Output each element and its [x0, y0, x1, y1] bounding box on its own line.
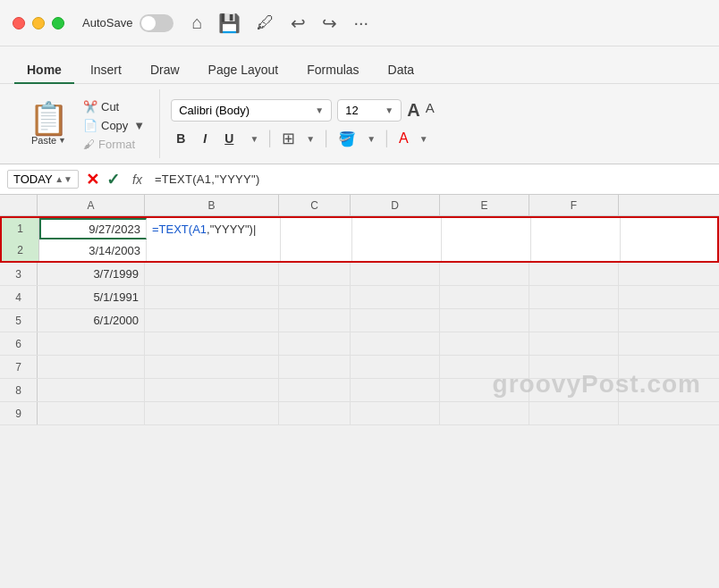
cell-d9[interactable] [351, 402, 440, 424]
confirm-formula-button[interactable]: ✓ [106, 170, 120, 189]
cell-e5[interactable] [440, 309, 529, 332]
table-row[interactable]: 8 [0, 379, 719, 402]
undo-icon[interactable]: ↩ [291, 13, 306, 34]
autosave-toggle[interactable] [140, 14, 173, 32]
cell-d5[interactable] [351, 309, 440, 332]
cell-b1[interactable]: =TEXT(A1,"YYYY")| [147, 218, 281, 239]
tab-draw[interactable]: Draw [138, 57, 192, 84]
cell-c6[interactable] [279, 332, 351, 355]
table-row[interactable]: 5 6/1/2000 [0, 309, 719, 332]
underline-dropdown[interactable]: ▼ [250, 134, 258, 144]
cell-c8[interactable] [279, 379, 351, 401]
maximize-button[interactable] [52, 17, 64, 29]
cell-c2[interactable] [281, 239, 352, 261]
col-header-b[interactable]: B [145, 195, 279, 215]
col-header-d[interactable]: D [351, 195, 440, 215]
cell-e8[interactable] [440, 379, 529, 401]
cell-e9[interactable] [440, 402, 529, 424]
cell-d4[interactable] [351, 286, 440, 308]
cell-e1[interactable] [442, 218, 531, 239]
decrease-font-icon[interactable]: A [426, 100, 435, 121]
tab-formulas[interactable]: Formulas [294, 57, 371, 84]
more-icon[interactable]: ··· [353, 13, 368, 33]
cell-f1[interactable] [531, 218, 621, 239]
cell-a8[interactable] [38, 379, 145, 401]
cell-a5[interactable]: 6/1/2000 [38, 309, 145, 332]
cell-c7[interactable] [279, 356, 351, 378]
font-color-dropdown[interactable]: ▼ [419, 134, 428, 144]
cell-b9[interactable] [145, 402, 279, 424]
tab-page-layout[interactable]: Page Layout [196, 57, 292, 84]
col-header-f[interactable]: F [529, 195, 619, 215]
col-header-c[interactable]: C [279, 195, 351, 215]
italic-button[interactable]: I [198, 130, 212, 147]
table-row[interactable]: 4 5/1/1991 [0, 286, 719, 309]
tab-home[interactable]: Home [14, 57, 74, 84]
cell-f9[interactable] [529, 402, 619, 424]
home-icon[interactable]: ⌂ [191, 13, 202, 33]
cell-c5[interactable] [279, 309, 351, 332]
cell-e7[interactable] [440, 356, 529, 378]
formula-input[interactable]: =TEXT(A1,"YYYY") [155, 172, 712, 186]
close-button[interactable] [13, 17, 25, 29]
cell-b5[interactable] [145, 309, 279, 332]
font-family-select[interactable]: Calibri (Body) ▼ [171, 99, 332, 122]
table-row[interactable]: 1 9/27/2023 =TEXT(A1,"YYYY")| [0, 216, 719, 239]
col-header-a[interactable]: A [38, 195, 145, 215]
cell-a6[interactable] [38, 332, 145, 355]
cell-a9[interactable] [38, 402, 145, 424]
cell-b7[interactable] [145, 356, 279, 378]
save-icon[interactable]: 💾 [218, 13, 241, 34]
cell-b2[interactable] [147, 239, 281, 261]
cell-d1[interactable] [352, 218, 442, 239]
cell-e2[interactable] [442, 239, 531, 261]
cell-d6[interactable] [351, 332, 440, 355]
cell-c9[interactable] [279, 402, 351, 424]
increase-font-icon[interactable]: A [407, 100, 419, 121]
cell-a4[interactable]: 5/1/1991 [38, 286, 145, 308]
cell-b3[interactable] [145, 263, 279, 285]
cell-a1[interactable]: 9/27/2023 [39, 218, 147, 239]
table-row[interactable]: 6 [0, 332, 719, 356]
tab-data[interactable]: Data [376, 57, 427, 84]
table-row[interactable]: 3 3/7/1999 [0, 263, 719, 286]
font-color-button[interactable]: A [399, 130, 409, 147]
cell-c1[interactable] [281, 218, 352, 239]
cut-button[interactable]: ✂️ Cut [80, 98, 148, 115]
cancel-formula-button[interactable]: ✕ [86, 170, 99, 189]
cell-f5[interactable] [529, 309, 619, 332]
tab-insert[interactable]: Insert [78, 57, 134, 84]
cell-c3[interactable] [279, 263, 351, 285]
cell-f3[interactable] [529, 263, 619, 285]
cell-b4[interactable] [145, 286, 279, 308]
cell-a7[interactable] [38, 356, 145, 378]
borders-dropdown[interactable]: ▼ [306, 134, 315, 144]
table-row[interactable]: 9 [0, 402, 719, 425]
fill-color-dropdown[interactable]: ▼ [367, 134, 376, 144]
cell-b6[interactable] [145, 332, 279, 355]
cell-d7[interactable] [351, 356, 440, 378]
cell-c4[interactable] [279, 286, 351, 308]
edit-icon[interactable]: 🖊 [257, 13, 275, 33]
minimize-button[interactable] [32, 17, 45, 29]
col-header-e[interactable]: E [440, 195, 529, 215]
copy-button[interactable]: 📄 Copy ▼ [80, 117, 148, 134]
cell-d2[interactable] [352, 239, 442, 261]
bold-button[interactable]: B [171, 130, 190, 147]
cell-f7[interactable] [529, 356, 619, 378]
cell-e6[interactable] [440, 332, 529, 355]
cell-e3[interactable] [440, 263, 529, 285]
cell-a3[interactable]: 3/7/1999 [38, 263, 145, 285]
cell-e4[interactable] [440, 286, 529, 308]
redo-icon[interactable]: ↪ [322, 13, 337, 34]
fill-color-button[interactable]: 🪣 [338, 130, 356, 147]
cell-b8[interactable] [145, 379, 279, 401]
paste-button[interactable]: 📋 Paste ▼ [21, 99, 76, 149]
cell-f8[interactable] [529, 379, 619, 401]
cell-f2[interactable] [531, 239, 621, 261]
borders-button[interactable]: ⊞ [282, 129, 295, 148]
table-row[interactable]: 7 [0, 356, 719, 379]
format-painter-button[interactable]: 🖌 Format [80, 136, 148, 153]
cell-f4[interactable] [529, 286, 619, 308]
font-size-select[interactable]: 12 ▼ [337, 99, 402, 122]
